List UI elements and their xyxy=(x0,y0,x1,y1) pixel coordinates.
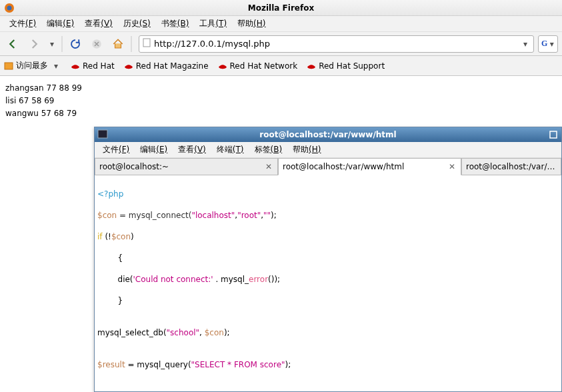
url-input[interactable] xyxy=(154,37,517,51)
firefox-title: Mozilla Firefox xyxy=(248,3,314,13)
firefox-icon xyxy=(4,3,15,13)
bookmark-redhat[interactable]: Red Hat xyxy=(71,61,115,71)
close-icon[interactable]: ✕ xyxy=(264,162,273,171)
terminal-tab-2[interactable]: root@localhost:/var/www/html✕ xyxy=(278,158,461,175)
menu-help[interactable]: 帮助(H) xyxy=(233,17,269,31)
svg-rect-3 xyxy=(143,39,150,47)
google-icon: G xyxy=(541,39,547,49)
menu-view[interactable]: 查看(V) xyxy=(81,17,117,31)
menu-tools[interactable]: 工具(T) xyxy=(195,17,231,31)
bookmark-redhat-network[interactable]: Red Hat Network xyxy=(218,61,298,71)
term-menu-view[interactable]: 查看(V) xyxy=(174,143,210,157)
search-engine-dropdown[interactable]: ▾ xyxy=(549,39,555,49)
svg-rect-5 xyxy=(98,130,107,138)
svg-rect-6 xyxy=(550,131,557,138)
search-box[interactable]: G▾ xyxy=(538,35,558,53)
maximize-button[interactable] xyxy=(547,129,560,141)
home-button[interactable] xyxy=(109,35,127,53)
separator xyxy=(131,36,132,52)
terminal-icon xyxy=(97,129,108,139)
svg-point-1 xyxy=(7,6,12,11)
forward-button[interactable] xyxy=(25,35,43,53)
term-menu-edit[interactable]: 编辑(E) xyxy=(136,143,171,157)
svg-rect-4 xyxy=(5,63,13,69)
output-row: wangwu 57 68 79 xyxy=(5,108,557,119)
nav-dropdown[interactable]: ▾ xyxy=(47,39,57,49)
terminal-body[interactable]: <?php $con = mysql_connect("localhost","… xyxy=(95,175,561,391)
menu-bookmarks[interactable]: 书签(B) xyxy=(157,17,193,31)
terminal-title: root@localhost:/var/www/html xyxy=(259,130,396,139)
terminal-tab-1[interactable]: root@localhost:~✕ xyxy=(95,158,278,175)
terminal-menubar: 文件(F) 编辑(E) 查看(V) 终端(T) 标签(B) 帮助(H) xyxy=(95,142,561,158)
terminal-titlebar[interactable]: root@localhost:/var/www/html xyxy=(95,127,561,142)
firefox-toolbar: ▾ ▾ G▾ xyxy=(0,32,562,56)
separator xyxy=(61,36,63,52)
firefox-menubar: 文件(F) 编辑(E) 查看(V) 历史(S) 书签(B) 工具(T) 帮助(H… xyxy=(0,16,562,32)
terminal-window: root@localhost:/var/www/html 文件(F) 编辑(E)… xyxy=(94,127,562,392)
close-icon[interactable]: ✕ xyxy=(447,162,457,171)
firefox-titlebar: Mozilla Firefox xyxy=(0,0,562,16)
menu-edit[interactable]: 编辑(E) xyxy=(43,17,78,31)
reload-button[interactable] xyxy=(67,35,84,53)
term-menu-terminal[interactable]: 终端(T) xyxy=(213,143,248,157)
term-menu-file[interactable]: 文件(F) xyxy=(99,143,133,157)
bookmark-toolbar: 访问最多▾ Red Hat Red Hat Magazine Red Hat N… xyxy=(0,56,562,76)
menu-file[interactable]: 文件(F) xyxy=(5,17,40,31)
term-menu-help[interactable]: 帮助(H) xyxy=(289,143,325,157)
page-icon xyxy=(142,38,151,49)
url-bar[interactable]: ▾ xyxy=(139,35,534,53)
output-row: zhangsan 77 88 99 xyxy=(5,83,557,94)
page-content: zhangsan 77 88 99 lisi 67 58 69 wangwu 5… xyxy=(0,76,562,127)
output-row: lisi 67 58 69 xyxy=(5,95,557,107)
term-menu-tabs[interactable]: 标签(B) xyxy=(251,143,287,157)
url-dropdown[interactable]: ▾ xyxy=(520,39,531,49)
terminal-tab-3[interactable]: root@localhost:/var/ww xyxy=(461,158,561,175)
back-button[interactable] xyxy=(4,35,21,53)
bookmark-redhat-magazine[interactable]: Red Hat Magazine xyxy=(124,61,209,71)
stop-button[interactable] xyxy=(88,35,105,53)
terminal-tab-strip: root@localhost:~✕ root@localhost:/var/ww… xyxy=(95,158,561,175)
most-visited[interactable]: 访问最多▾ xyxy=(4,60,61,71)
bookmark-redhat-support[interactable]: Red Hat Support xyxy=(307,61,385,71)
menu-history[interactable]: 历史(S) xyxy=(119,17,155,31)
